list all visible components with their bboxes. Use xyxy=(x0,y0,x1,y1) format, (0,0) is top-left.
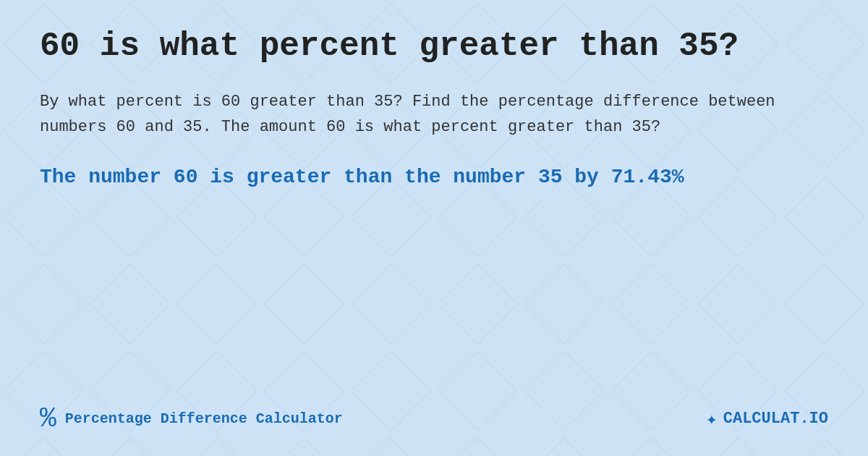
footer-left: % Percentage Difference Calculator xyxy=(40,403,343,434)
result-text: The number 60 is greater than the number… xyxy=(40,163,828,191)
footer-right: ✦ CALCULAT.IO xyxy=(706,408,828,431)
footer: % Percentage Difference Calculator ✦ CAL… xyxy=(40,396,828,434)
percent-icon: % xyxy=(40,403,56,434)
logo-icon: ✦ xyxy=(706,408,718,431)
description-text: By what percent is 60 greater than 35? F… xyxy=(40,89,828,140)
page-title: 60 is what percent greater than 35? xyxy=(40,28,828,66)
footer-label: Percentage Difference Calculator xyxy=(65,410,343,427)
page-content: 60 is what percent greater than 35? By w… xyxy=(0,0,868,456)
calculat-logo: CALCULAT.IO xyxy=(723,410,828,428)
